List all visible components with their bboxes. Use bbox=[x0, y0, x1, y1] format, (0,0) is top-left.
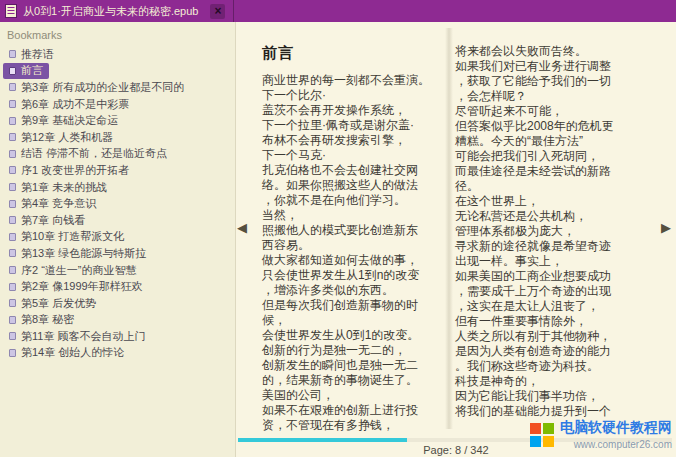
text-line: 。我们称这些奇迹为科技。 bbox=[455, 359, 655, 374]
text-line: 络。如果你照搬这些人的做法 bbox=[262, 178, 452, 193]
bookmark-item[interactable]: 第5章 后发优势 bbox=[3, 295, 102, 312]
bookmark-item[interactable]: 第9章 基础决定命运 bbox=[3, 112, 124, 129]
bookmark-item-label: 第2章 像1999年那样狂欢 bbox=[21, 279, 143, 294]
logo-square-blue bbox=[530, 436, 541, 447]
bookmark-item[interactable]: 第10章 打造帮派文化 bbox=[3, 229, 130, 246]
bookmark-item-label: 结语 停滞不前，还是临近奇点 bbox=[21, 146, 167, 161]
text-line: 如果我们对已有业务进行调整 bbox=[455, 59, 655, 74]
bookmark-item[interactable]: 序2 “道生一”的商业智慧 bbox=[3, 262, 143, 279]
text-line: 商业世界的每一刻都不会重演。 bbox=[262, 73, 452, 88]
bookmark-icon bbox=[9, 233, 16, 241]
bookmark-icon bbox=[9, 283, 16, 291]
bookmark-item-label: 第1章 未来的挑战 bbox=[21, 180, 107, 195]
bookmark-item-label: 第9章 基础决定命运 bbox=[21, 113, 118, 128]
text-line: 将来都会以失败而告终。 bbox=[455, 44, 655, 59]
text-line: ，会怎样呢？ bbox=[455, 89, 655, 104]
text-line: ，你就不是在向他们学习。 bbox=[262, 193, 452, 208]
bookmark-item-label: 第6章 成功不是中彩票 bbox=[21, 97, 129, 112]
text-line: 寻求新的途径就像是希望奇迹 bbox=[455, 239, 655, 254]
text-line: 布林不会再研发搜索引擎， bbox=[262, 133, 452, 148]
text-line: 盖茨不会再开发操作系统， bbox=[262, 103, 452, 118]
bookmark-icon bbox=[9, 83, 16, 91]
text-line: 下一个拉里·佩奇或是谢尔盖· bbox=[262, 118, 452, 133]
logo-square-red bbox=[530, 423, 541, 434]
bookmark-item-label: 第8章 秘密 bbox=[21, 312, 74, 327]
bookmark-item[interactable]: 推荐语 bbox=[3, 46, 60, 63]
bookmark-icon bbox=[9, 349, 16, 357]
text-line: 出现一样。事实上， bbox=[455, 254, 655, 269]
next-page-icon[interactable]: ▶ bbox=[661, 220, 671, 235]
book-tab[interactable]: 从0到1·开启商业与未来的秘密.epub × bbox=[0, 0, 234, 22]
text-line: ，获取了它能给予我们的一切 bbox=[455, 74, 655, 89]
bookmark-item-label: 推荐语 bbox=[21, 47, 54, 62]
bookmark-icon bbox=[9, 100, 16, 108]
text-line: 无论私营还是公共机构， bbox=[455, 209, 655, 224]
bookmark-item[interactable]: 结语 停滞不前，还是临近奇点 bbox=[3, 146, 173, 163]
text-line: 的，结果新奇的事物诞生了。 bbox=[262, 373, 452, 388]
text-line: 但有一件重要事情除外， bbox=[455, 314, 655, 329]
bookmark-icon bbox=[9, 166, 16, 174]
bookmark-item-label: 序1 改变世界的开拓者 bbox=[21, 163, 129, 178]
site-watermark: 电脑软硬件教程网 www.computer26.com bbox=[530, 419, 672, 450]
bookmark-item[interactable]: 第14章 创始人的悖论 bbox=[3, 345, 130, 362]
bookmarks-header: Bookmarks bbox=[0, 22, 235, 46]
text-line: 做大家都知道如何去做的事， bbox=[262, 253, 452, 268]
bookmark-icon bbox=[9, 133, 16, 141]
text-line: 但是每次我们创造新事物的时 bbox=[262, 298, 452, 313]
text-line: 人类之所以有别于其他物种， bbox=[455, 329, 655, 344]
bookmark-icon bbox=[9, 249, 16, 257]
logo-square-yellow bbox=[543, 436, 554, 447]
text-line: 糟糕。今天的“最佳方法” bbox=[455, 134, 655, 149]
text-line: 资，不管现在有多挣钱， bbox=[262, 418, 452, 433]
text-line: ，增添许多类似的东西。 bbox=[262, 283, 452, 298]
bookmark-item[interactable]: 第6章 成功不是中彩票 bbox=[3, 96, 135, 113]
bookmark-item-label: 第7章 向钱看 bbox=[21, 213, 85, 228]
bookmark-item-label: 第11章 顾客不会自动上门 bbox=[21, 329, 145, 344]
bookmark-item-label: 第5章 后发优势 bbox=[21, 296, 96, 311]
bookmark-item-label: 第4章 竞争意识 bbox=[21, 196, 96, 211]
titlebar: 从0到1·开启商业与未来的秘密.epub × bbox=[0, 0, 676, 22]
bookmark-item[interactable]: 序1 改变世界的开拓者 bbox=[3, 162, 135, 179]
right-page: 将来都会以失败而告终。如果我们对已有业务进行调整，获取了它能给予我们的一切，会怎… bbox=[455, 44, 655, 419]
bookmark-icon bbox=[9, 200, 16, 208]
prev-page-icon[interactable]: ◀ bbox=[237, 220, 247, 235]
bookmark-item-label: 第12章 人类和机器 bbox=[21, 130, 113, 145]
watermark-text: 电脑软硬件教程网 www.computer26.com bbox=[560, 419, 672, 450]
ebook-reader-window: 从0到1·开启商业与未来的秘密.epub × Bookmarks 推荐语前言第3… bbox=[0, 0, 676, 457]
text-line: 创新发生的瞬间也是独一无二 bbox=[262, 358, 452, 373]
text-line: 径。 bbox=[455, 179, 655, 194]
document-icon bbox=[5, 4, 17, 18]
bookmark-item[interactable]: 前言 bbox=[3, 63, 49, 80]
bookmark-item[interactable]: 第2章 像1999年那样狂欢 bbox=[3, 278, 149, 295]
text-line: 创新的行为是独一无二的， bbox=[262, 343, 452, 358]
bookmark-icon bbox=[9, 316, 16, 324]
chapter-title: 前言 bbox=[262, 44, 452, 63]
bookmark-item[interactable]: 第12章 人类和机器 bbox=[3, 129, 119, 146]
bookmark-item[interactable]: 第8章 秘密 bbox=[3, 312, 80, 329]
text-line: 当然， bbox=[262, 208, 452, 223]
text-line: 尽管听起来不可能， bbox=[455, 104, 655, 119]
text-line: 将我们的基础能力提升到一个 bbox=[455, 404, 655, 419]
bookmark-icon bbox=[9, 67, 16, 75]
left-page: 前言 商业世界的每一刻都不会重演。下一个比尔·盖茨不会再开发操作系统，下一个拉里… bbox=[262, 44, 452, 433]
text-line: 管理体系都极为庞大， bbox=[455, 224, 655, 239]
bookmarks-sidebar: Bookmarks 推荐语前言第3章 所有成功的企业都是不同的第6章 成功不是中… bbox=[0, 22, 236, 457]
bookmark-item[interactable]: 第13章 绿色能源与特斯拉 bbox=[3, 245, 152, 262]
text-line: 在这个世界上， bbox=[455, 194, 655, 209]
bookmark-item[interactable]: 第3章 所有成功的企业都是不同的 bbox=[3, 79, 190, 96]
bookmark-item[interactable]: 第4章 竞争意识 bbox=[3, 195, 102, 212]
bookmark-item[interactable]: 第7章 向钱看 bbox=[3, 212, 91, 229]
text-line: 候， bbox=[262, 313, 452, 328]
text-line: 会使世界发生从0到1的改变。 bbox=[262, 328, 452, 343]
text-line: ，需要成千上万个奇迹的出现 bbox=[455, 284, 655, 299]
bookmark-item[interactable]: 第11章 顾客不会自动上门 bbox=[3, 328, 151, 345]
windows-logo-icon bbox=[530, 423, 554, 447]
text-line: 扎克伯格也不会去创建社交网 bbox=[262, 163, 452, 178]
text-line: 是因为人类有创造奇迹的能力 bbox=[455, 344, 655, 359]
close-icon[interactable]: × bbox=[210, 4, 225, 19]
bookmark-icon bbox=[9, 216, 16, 224]
text-line: 西容易。 bbox=[262, 238, 452, 253]
bookmark-item[interactable]: 第1章 未来的挑战 bbox=[3, 179, 113, 196]
bookmark-item-label: 序2 “道生一”的商业智慧 bbox=[21, 263, 137, 278]
text-line: 而最佳途径是未经尝试的新路 bbox=[455, 164, 655, 179]
